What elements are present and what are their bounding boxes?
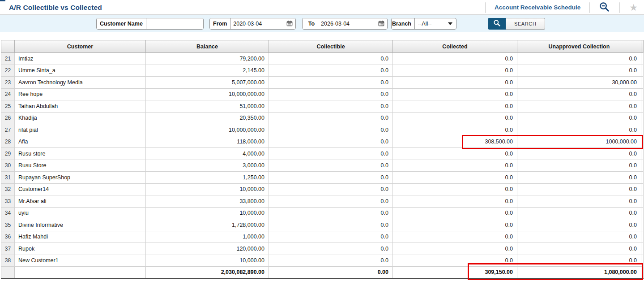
cell-customer: Rusu store [15, 148, 146, 160]
totals-filler [641, 267, 644, 278]
cell-balance: 5,007,000.00 [146, 77, 269, 89]
cell-customer: Rupayan SuperShop [15, 172, 146, 184]
cell-collectible: 0.0 [269, 255, 393, 267]
cell-no: 38 [1, 255, 15, 267]
header-row-number [1, 40, 15, 53]
cell-balance: 4,000.00 [146, 148, 269, 160]
table-row: 35Divine Informative1,728,000.000.00.00.… [1, 219, 644, 231]
cell-customer: Khadija [15, 112, 146, 124]
cell-unapproved: 0.0 [517, 195, 641, 208]
cell-customer: Umme Sinta_a [15, 65, 146, 77]
branch-selected-value: --All-- [415, 18, 448, 29]
table-row: 31Rupayan SuperShop1,250.000.00.00.0 [1, 172, 644, 184]
cell-unapproved: 0.0 [517, 255, 641, 267]
to-date-input[interactable] [318, 18, 377, 29]
cell-filler [641, 112, 644, 124]
cell-no: 24 [1, 88, 15, 100]
branch-select[interactable]: Branch --All-- [391, 18, 456, 30]
customer-name-input[interactable] [146, 18, 203, 29]
cell-collected: 0.0 [393, 183, 517, 195]
cell-filler [641, 77, 644, 89]
cell-collected: 0.0 [393, 53, 517, 65]
cell-collected: 308,500.00 [393, 136, 517, 148]
cell-filler [641, 124, 644, 136]
totals-row: 2,030,082,890.00 0.00 309,150.00 1,080,0… [1, 267, 644, 278]
cell-balance: 2,145.00 [146, 65, 269, 77]
cell-collected: 0.0 [393, 112, 517, 124]
cell-collected: 0.0 [393, 195, 517, 208]
cell-balance: 1,250.00 [146, 172, 269, 184]
search-button[interactable]: SEARCH [506, 18, 545, 30]
toolbar-separator [485, 2, 486, 13]
table-row: 33Mr.Afsar ali33,800.000.00.00.0 [1, 195, 644, 208]
cell-collected: 0.0 [393, 172, 517, 184]
account-receivable-schedule-button[interactable]: Account Receivable Schedule [492, 4, 583, 11]
cell-collectible: 0.0 [269, 124, 393, 136]
cell-no: 30 [1, 160, 15, 172]
table-row: 29Rusu store4,000.000.00.00.0 [1, 148, 644, 160]
title-toolbar: Account Receivable Schedule ★ [485, 0, 641, 15]
table-row: 22Umme Sinta_a2,145.000.00.00.0 [1, 65, 644, 77]
to-calendar-button[interactable] [377, 18, 387, 29]
cell-unapproved: 0.0 [517, 243, 641, 255]
cell-collected: 0.0 [393, 77, 517, 89]
cell-collected: 0.0 [393, 88, 517, 100]
cell-collectible: 0.0 [269, 207, 393, 219]
table-row: 38New Customer110,000.000.00.00.0 [1, 255, 644, 267]
cell-collectible: 0.0 [269, 219, 393, 231]
favorite-button[interactable]: ★ [626, 3, 641, 12]
from-date-filter: From [209, 18, 296, 30]
cell-no: 33 [1, 195, 15, 208]
cell-filler [641, 88, 644, 100]
cell-customer: Mr.Afsar ali [15, 195, 146, 208]
header-balance: Balance [146, 40, 269, 53]
header-customer: Customer [15, 40, 146, 53]
cell-filler [641, 65, 644, 77]
cell-unapproved: 0.0 [517, 207, 641, 219]
branch-label: Branch [392, 18, 415, 29]
cell-filler [641, 100, 644, 113]
totals-unapproved: 1,080,000.00 [517, 267, 641, 278]
cell-filler [641, 53, 644, 65]
cell-filler [641, 207, 644, 219]
header-collectible: Collectible [269, 40, 393, 53]
chevron-down-icon [448, 18, 456, 29]
cell-no: 32 [1, 183, 15, 195]
cell-unapproved: 0.0 [517, 219, 641, 231]
cell-unapproved: 0.0 [517, 231, 641, 243]
cell-unapproved: 0.0 [517, 112, 641, 124]
cell-customer: Rupok [15, 243, 146, 255]
table-row: 24Ree hope10,000,000.000.00.00.0 [1, 88, 644, 100]
cell-filler [641, 136, 644, 148]
from-date-input[interactable] [230, 18, 286, 29]
from-date-label: From [210, 18, 230, 29]
cell-customer: Hafiz Mahdi [15, 231, 146, 243]
cell-collectible: 0.0 [269, 148, 393, 160]
cell-collectible: 0.0 [269, 160, 393, 172]
cell-unapproved: 0.0 [517, 160, 641, 172]
zoom-out-button[interactable] [596, 2, 613, 13]
search-control: SEARCH [488, 18, 545, 30]
cell-collected: 0.0 [393, 100, 517, 113]
cell-unapproved: 0.0 [517, 172, 641, 184]
from-calendar-button[interactable] [286, 18, 295, 29]
toolbar-separator [589, 2, 590, 13]
to-date-filter: To [302, 18, 388, 30]
cell-balance: 20,350.00 [146, 112, 269, 124]
cell-balance: 120,000.00 [146, 243, 269, 255]
header-collected: Collected [393, 40, 517, 53]
table-row: 30Rusu Store3,000.000.00.00.0 [1, 160, 644, 172]
table-row: 26Khadija20,350.000.00.00.0 [1, 112, 644, 124]
zoom-out-icon [599, 2, 610, 13]
cell-no: 27 [1, 124, 15, 136]
cell-unapproved: 0.0 [517, 183, 641, 195]
filter-bar: Customer Name From To [0, 15, 644, 32]
cell-no: 26 [1, 112, 15, 124]
header-unapproved-collection: Unapproved Collection [517, 40, 641, 53]
cell-collected: 0.0 [393, 231, 517, 243]
cell-no: 36 [1, 231, 15, 243]
cell-no: 23 [1, 77, 15, 89]
search-icon-button[interactable] [488, 18, 506, 30]
cell-no: 31 [1, 172, 15, 184]
cell-collectible: 0.0 [269, 77, 393, 89]
